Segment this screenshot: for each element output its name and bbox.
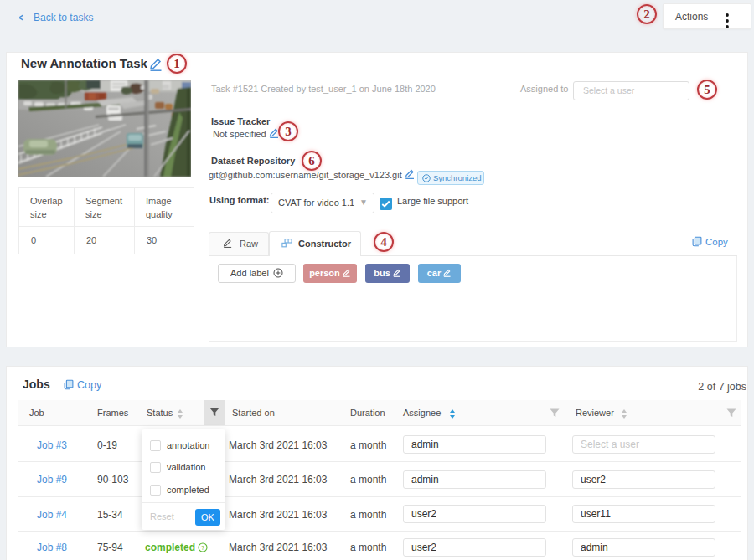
- svg-text:?: ?: [201, 545, 204, 552]
